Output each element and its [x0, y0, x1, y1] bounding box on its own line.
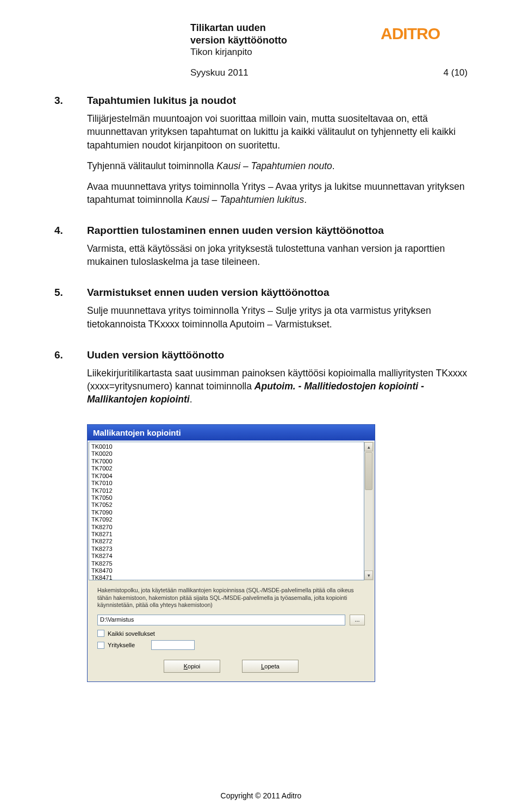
section-heading: 3.Tapahtumien lukitus ja noudot — [54, 95, 468, 107]
section-body: Tilijärjestelmän muuntoajon voi suoritta… — [54, 112, 468, 206]
kopioi-button[interactable]: Kopioi — [164, 660, 220, 673]
section-3: 3.Tapahtumien lukitus ja noudotTilijärje… — [54, 95, 468, 206]
list-item[interactable]: TK0020 — [91, 450, 362, 457]
list-item[interactable]: TK7000 — [91, 458, 362, 465]
scroll-down-button[interactable]: ▾ — [364, 571, 373, 580]
section-number: 5. — [54, 287, 67, 299]
doc-date: Syyskuu 2011 — [190, 67, 248, 78]
browse-button[interactable]: ... — [350, 615, 365, 625]
list-item[interactable]: TK8275 — [91, 560, 362, 567]
yritykselle-label: Yritykselle — [108, 642, 135, 648]
list-item[interactable]: TK7090 — [91, 509, 362, 516]
list-item[interactable]: TK7004 — [91, 473, 362, 480]
page-number: 4 (10) — [444, 67, 468, 78]
paragraph: Tilijärjestelmän muuntoajon voi suoritta… — [87, 112, 468, 151]
section-body: Sulje muunnettava yritys toiminnolla Yri… — [54, 304, 468, 330]
section-body: Varmista, että käytössäsi on joka yrityk… — [54, 242, 468, 268]
copyright-footer: Copyright © 2011 Aditro — [0, 791, 522, 800]
date-page-row: Syyskuu 2011 4 (10) — [54, 67, 468, 78]
list-item[interactable]: TK7092 — [91, 516, 362, 523]
doc-title-1: Tilikartan uuden — [190, 22, 287, 34]
all-apps-checkbox[interactable] — [97, 630, 104, 637]
aditro-logo: ADITRO — [381, 24, 468, 46]
scroll-thumb[interactable] — [365, 452, 372, 490]
section-5: 5.Varmistukset ennen uuden version käytt… — [54, 287, 468, 330]
section-4: 4.Raporttien tulostaminen ennen uuden ve… — [54, 225, 468, 268]
list-item[interactable]: TK7012 — [91, 487, 362, 494]
list-item[interactable]: TK7050 — [91, 494, 362, 501]
list-item[interactable]: TK8274 — [91, 553, 362, 560]
list-item[interactable]: TK7010 — [91, 480, 362, 487]
list-item[interactable]: TK7052 — [91, 501, 362, 509]
section-number: 4. — [54, 225, 67, 237]
database-listbox[interactable]: TK0010TK0020TK7000TK7002TK7004TK7010TK70… — [89, 442, 364, 580]
section-number: 6. — [54, 349, 67, 361]
section-body: Liikekirjuritilikartasta saat uusimman p… — [54, 367, 468, 406]
listbox-scrollbar[interactable]: ▴ ▾ — [364, 442, 374, 580]
paragraph: Sulje muunnettava yritys toiminnolla Yri… — [87, 304, 468, 330]
list-item[interactable]: TK8471 — [91, 574, 362, 580]
doc-subtitle: Tikon kirjanpito — [190, 46, 287, 58]
paragraph: Liikekirjuritilikartasta saat uusimman p… — [87, 367, 468, 406]
lopeta-button[interactable]: Lopeta — [242, 660, 299, 673]
paragraph: Tyhjennä välitaulut toiminnolla Kausi – … — [87, 159, 468, 172]
section-heading: 4.Raporttien tulostaminen ennen uuden ve… — [54, 225, 468, 237]
doc-title-2: version käyttöönotto — [190, 34, 287, 47]
dialog-titlebar: Mallikantojen kopiointi — [88, 425, 375, 441]
list-item[interactable]: TK8470 — [91, 567, 362, 574]
section-title: Varmistukset ennen uuden version käyttöö… — [87, 287, 330, 299]
list-item[interactable]: TK8270 — [91, 524, 362, 531]
list-item[interactable]: TK8271 — [91, 531, 362, 538]
section-number: 3. — [54, 95, 67, 107]
list-item[interactable]: TK7002 — [91, 465, 362, 472]
section-title: Uuden version käyttöönotto — [87, 349, 224, 361]
list-item[interactable]: TK8273 — [91, 546, 362, 553]
yritykselle-checkbox[interactable] — [97, 642, 104, 649]
mallikantojen-dialog: Mallikantojen kopiointi TK0010TK0020TK70… — [87, 424, 375, 682]
yritykselle-input[interactable] — [151, 640, 195, 650]
section-heading: 5.Varmistukset ennen uuden version käytt… — [54, 287, 468, 299]
section-title: Tapahtumien lukitus ja noudot — [87, 95, 236, 107]
all-apps-label: Kaikki sovellukset — [108, 630, 155, 637]
page-header: Tilikartan uuden version käyttöönotto Ti… — [54, 22, 468, 58]
list-item[interactable]: TK0010 — [91, 443, 362, 450]
dialog-hint-text: Hakemistopolku, jota käytetään mallikant… — [88, 587, 375, 615]
list-item[interactable]: TK8272 — [91, 538, 362, 545]
path-input[interactable]: D:\Varmistus — [97, 615, 345, 625]
paragraph: Avaa muunnettava yritys toiminnolla Yrit… — [87, 180, 468, 206]
paragraph: Varmista, että käytössäsi on joka yrityk… — [87, 242, 468, 268]
section-6: 6.Uuden version käyttöönottoLiikekirjuri… — [54, 349, 468, 406]
section-heading: 6.Uuden version käyttöönotto — [54, 349, 468, 361]
section-title: Raporttien tulostaminen ennen uuden vers… — [87, 225, 384, 237]
scroll-up-button[interactable]: ▴ — [364, 442, 373, 451]
svg-text:ADITRO: ADITRO — [381, 24, 440, 42]
